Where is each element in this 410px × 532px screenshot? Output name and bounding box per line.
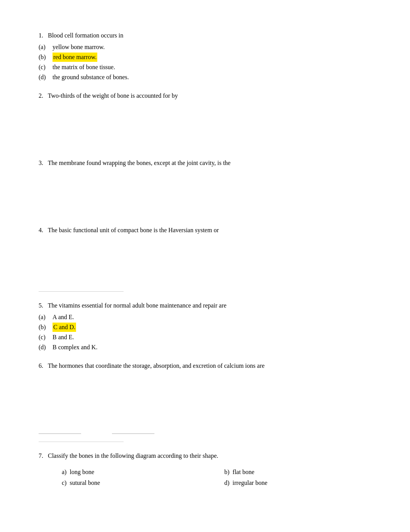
q3-number: 3. bbox=[39, 160, 43, 166]
q5-text-d: B complex and K. bbox=[53, 343, 97, 352]
q7-label-d: d) bbox=[224, 478, 229, 488]
q5-option-c: (c) B and E. bbox=[39, 333, 371, 342]
q7-option-c: c) sutural bone bbox=[62, 478, 209, 488]
q4-spacer bbox=[39, 237, 371, 284]
q7-text-d: irregular bone bbox=[232, 478, 267, 488]
q5-label-a: (a) bbox=[39, 313, 53, 322]
q7-text-b: flat bone bbox=[232, 467, 254, 477]
q1-label-c: (c) bbox=[39, 63, 53, 72]
q1-option-d: (d) the ground substance of bones. bbox=[39, 73, 371, 82]
question-7: 7. Classify the bones in the following d… bbox=[39, 451, 371, 488]
divider-1 bbox=[39, 291, 124, 292]
q7-label-a: a) bbox=[62, 467, 66, 477]
q4-body: The basic functional unit of compact bon… bbox=[48, 227, 219, 233]
q5-text-a: A and E. bbox=[53, 313, 74, 322]
q1-number: 1. bbox=[39, 32, 43, 39]
q4-number: 4. bbox=[39, 227, 43, 233]
q1-text: 1. Blood cell formation occurs in bbox=[39, 31, 371, 40]
question-2: 2. Two-thirds of the weight of bone is a… bbox=[39, 91, 371, 149]
q1-label-d: (d) bbox=[39, 73, 53, 82]
q5-option-b: (b) C and D. bbox=[39, 323, 371, 332]
q6-answer-line-1 bbox=[39, 426, 81, 434]
q3-spacer bbox=[39, 170, 371, 216]
q7-options: a) long bone b) flat bone c) sutural bon… bbox=[39, 467, 371, 488]
q3-text: 3. The membrane found wrapping the bones… bbox=[39, 158, 371, 168]
q5-text-c: B and E. bbox=[53, 333, 74, 342]
question-6: 6. The hormones that coordinate the stor… bbox=[39, 361, 371, 442]
q5-option-a: (a) A and E. bbox=[39, 313, 371, 322]
q1-body: Blood cell formation occurs in bbox=[48, 32, 124, 39]
q2-text: 2. Two-thirds of the weight of bone is a… bbox=[39, 91, 371, 100]
q7-text-a: long bone bbox=[69, 467, 94, 477]
q2-number: 2. bbox=[39, 92, 43, 99]
q6-spacer bbox=[39, 373, 371, 419]
q1-option-c: (c) the matrix of bone tissue. bbox=[39, 63, 371, 72]
q5-label-b: (b) bbox=[39, 323, 53, 332]
q6-answer-line-2 bbox=[112, 426, 154, 434]
q3-body: The membrane found wrapping the bones, e… bbox=[48, 160, 230, 166]
q2-spacer bbox=[39, 103, 371, 149]
q2-body: Two-thirds of the weight of bone is acco… bbox=[48, 92, 178, 99]
q1-text-a: yellow bone marrow. bbox=[53, 42, 105, 52]
q1-label-a: (a) bbox=[39, 42, 53, 52]
q1-text-d: the ground substance of bones. bbox=[53, 73, 129, 82]
q6-body: The hormones that coordinate the storage… bbox=[48, 362, 265, 369]
q7-label-c: c) bbox=[62, 478, 66, 488]
q5-text: 5. The vitamins essential for normal adu… bbox=[39, 301, 371, 310]
q7-text-c: sutural bone bbox=[69, 478, 100, 488]
q7-option-b: b) flat bone bbox=[224, 467, 371, 477]
q1-label-b: (b) bbox=[39, 53, 53, 62]
q7-text: 7. Classify the bones in the following d… bbox=[39, 451, 371, 461]
q5-label-c: (c) bbox=[39, 333, 53, 342]
q6-answer-lines bbox=[39, 426, 371, 434]
q7-option-a: a) long bone bbox=[62, 467, 209, 477]
q7-body: Classify the bones in the following diag… bbox=[48, 452, 218, 459]
question-4: 4. The basic functional unit of compact … bbox=[39, 226, 371, 292]
q5-body: The vitamins essential for normal adult … bbox=[48, 302, 227, 309]
q7-label-b: b) bbox=[224, 467, 229, 477]
q1-text-c: the matrix of bone tissue. bbox=[53, 63, 115, 72]
question-3: 3. The membrane found wrapping the bones… bbox=[39, 158, 371, 216]
question-1: 1. Blood cell formation occurs in (a) ye… bbox=[39, 31, 371, 82]
page-content: 1. Blood cell formation occurs in (a) ye… bbox=[39, 31, 371, 488]
q1-option-a: (a) yellow bone marrow. bbox=[39, 42, 371, 52]
q5-label-d: (d) bbox=[39, 343, 53, 352]
q5-text-b: C and D. bbox=[53, 323, 76, 332]
divider-2 bbox=[39, 442, 124, 442]
q6-number: 6. bbox=[39, 362, 43, 369]
q7-option-d: d) irregular bone bbox=[224, 478, 371, 488]
question-5: 5. The vitamins essential for normal adu… bbox=[39, 301, 371, 352]
q1-text-b: red bone marrow. bbox=[53, 53, 97, 62]
q4-text: 4. The basic functional unit of compact … bbox=[39, 226, 371, 235]
q5-number: 5. bbox=[39, 302, 43, 309]
q5-option-d: (d) B complex and K. bbox=[39, 343, 371, 352]
q7-number: 7. bbox=[39, 452, 43, 459]
q6-text: 6. The hormones that coordinate the stor… bbox=[39, 361, 371, 371]
q1-option-b: (b) red bone marrow. bbox=[39, 53, 371, 62]
